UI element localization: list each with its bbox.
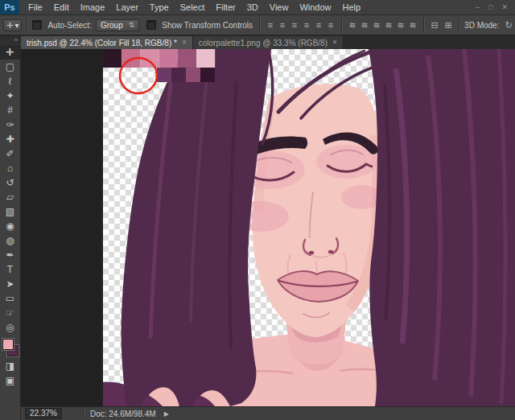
history-brush-tool[interactable]: ↺ — [0, 175, 20, 190]
3d-mode-icon-group: ↻ ↺ ✥ ⇄ ⊕ — [503, 18, 515, 32]
screen-mode-button[interactable]: ▣ — [0, 373, 20, 388]
blur-tool[interactable]: ◉ — [0, 219, 20, 233]
menu-view[interactable]: View — [264, 0, 295, 14]
distribute-left-icon[interactable]: ≋ — [383, 18, 394, 32]
maximize-button[interactable]: □ — [488, 3, 492, 11]
move-tool-icon: ✛ — [6, 21, 13, 30]
menu-edit[interactable]: Edit — [48, 0, 75, 14]
tab-label: colorpalette1.png @ 33.3% (RGB/8) — [199, 39, 328, 47]
show-transform-controls-label: Show Transform Controls — [162, 21, 253, 30]
quick-selection-tool[interactable]: ✦ — [0, 89, 20, 103]
palette-swatch — [200, 68, 215, 82]
tool-preset-picker[interactable]: ✛ ▾ — [3, 19, 22, 31]
distribute-center-icon[interactable]: ≋ — [395, 18, 406, 32]
move-tool[interactable]: ✛ — [0, 45, 20, 60]
path-selection-tool[interactable]: ➤ — [0, 277, 20, 291]
lasso-tool[interactable]: ℓ — [0, 74, 20, 89]
healing-brush-tool[interactable]: ✚ — [0, 132, 20, 146]
menu-file[interactable]: File — [23, 0, 48, 14]
tools-panel: » ✛ ▢ ℓ ✦ # ✑ ✚ ✐ ⌂ ↺ ▱ ▧ ◉ ◍ ✒ T ➤ ▭ ☞ … — [0, 36, 21, 420]
menu-filter[interactable]: Filter — [210, 0, 241, 14]
gradient-tool[interactable]: ▧ — [0, 204, 20, 219]
distribute-spacing-icon[interactable]: ⊟ — [429, 18, 440, 32]
menu-3d[interactable]: 3D — [241, 0, 264, 14]
pen-tool[interactable]: ✒ — [0, 248, 20, 262]
3d-mode-label: 3D Mode: — [464, 21, 499, 30]
tab-colorpalette1-png[interactable]: colorpalette1.png @ 33.3% (RGB/8) × — [193, 36, 344, 49]
menu-type[interactable]: Type — [144, 0, 175, 14]
close-button[interactable]: ✕ — [501, 3, 508, 11]
menu-select[interactable]: Select — [175, 0, 211, 14]
type-tool[interactable]: T — [0, 262, 20, 277]
separator — [83, 409, 84, 418]
crop-tool[interactable]: # — [0, 103, 20, 117]
distribute-right-icon[interactable]: ≋ — [407, 18, 418, 32]
options-bar: ✛ ▾ Auto-Select: Group ⇅ Show Transform … — [0, 15, 515, 35]
window-controls: – □ ✕ — [476, 3, 515, 11]
quick-mask-button[interactable]: ◨ — [0, 359, 20, 373]
align-center-horizontal-icon[interactable]: ≡ — [277, 18, 288, 32]
tab-trish-psd[interactable]: trish.psd @ 22.4% (Color Fill 18, RGB/8)… — [21, 36, 193, 49]
palette-swatch — [186, 68, 200, 82]
dropdown-value: Group — [101, 21, 123, 30]
align-middle-vertical-icon[interactable]: ≡ — [313, 18, 324, 32]
eraser-tool[interactable]: ▱ — [0, 190, 20, 204]
menu-layer[interactable]: Layer — [110, 0, 144, 14]
distribute-middle-icon[interactable]: ≋ — [359, 18, 370, 32]
align-right-icon[interactable]: ≡ — [289, 18, 300, 32]
rectangle-tool[interactable]: ▭ — [0, 291, 20, 306]
brush-tool[interactable]: ✐ — [0, 146, 20, 161]
hair-left — [121, 49, 271, 406]
menu-image[interactable]: Image — [75, 0, 111, 14]
toolbar-collapse-button[interactable]: » — [0, 36, 20, 45]
canvas[interactable] — [103, 49, 515, 406]
distribute-top-icon[interactable]: ≋ — [347, 18, 358, 32]
hand-tool[interactable]: ☞ — [0, 306, 20, 320]
photoshop-logo: Ps — [0, 0, 19, 14]
tab-close-icon[interactable]: × — [332, 39, 337, 47]
separator — [459, 18, 459, 32]
zoom-level-input[interactable]: 22.37% — [25, 408, 62, 419]
document-viewport — [21, 49, 515, 406]
tool-preset-caret-icon: ▾ — [14, 21, 19, 30]
clone-stamp-tool[interactable]: ⌂ — [0, 161, 20, 175]
align-top-icon[interactable]: ≡ — [301, 18, 312, 32]
separator — [27, 18, 27, 32]
portrait-artwork — [103, 49, 515, 406]
distribute-icon-group: ≋ ≋ ≋ ≋ ≋ ≋ — [347, 18, 418, 32]
show-transform-controls-checkbox[interactable] — [146, 20, 156, 30]
color-picker-chips — [0, 337, 20, 359]
rectangular-marquee-tool[interactable]: ▢ — [0, 60, 20, 74]
eyedropper-tool[interactable]: ✑ — [0, 117, 20, 132]
palette-swatch — [171, 68, 186, 82]
3d-rotate-icon[interactable]: ↻ — [503, 18, 514, 32]
tab-close-icon[interactable]: × — [182, 39, 187, 47]
align-bottom-icon[interactable]: ≡ — [325, 18, 336, 32]
group-stepper-icon: ⇅ — [129, 21, 135, 29]
separator — [259, 18, 260, 32]
zoom-tool[interactable]: ◎ — [0, 320, 20, 335]
foreground-color-chip[interactable] — [2, 339, 14, 350]
minimize-button[interactable]: – — [476, 3, 480, 11]
photoshop-window: { "menu_bar": { "logo": "Ps", "items": [… — [0, 0, 515, 420]
hair-right — [369, 49, 515, 406]
auto-select-checkbox[interactable] — [32, 20, 42, 30]
document-tab-bar: trish.psd @ 22.4% (Color Fill 18, RGB/8)… — [21, 36, 515, 49]
status-flyout-button[interactable]: ▶ — [164, 410, 169, 418]
separator — [423, 18, 424, 32]
auto-align-layers-icon[interactable]: ⊞ — [443, 18, 454, 32]
distribute-bottom-icon[interactable]: ≋ — [371, 18, 382, 32]
palette-swatch — [159, 49, 178, 68]
status-bar: 22.37% Doc: 24.6M/98.4M ▶ — [21, 406, 515, 420]
palette-swatch — [178, 49, 196, 68]
align-left-icon[interactable]: ≡ — [265, 18, 276, 32]
menu-bar: Ps File Edit Image Layer Type Select Fil… — [0, 0, 515, 15]
auto-select-label: Auto-Select: — [47, 21, 91, 30]
menu-window[interactable]: Window — [294, 0, 336, 14]
palette-swatch — [103, 49, 122, 68]
align-icon-group: ≡ ≡ ≡ ≡ ≡ ≡ — [265, 18, 336, 32]
document-size-info: Doc: 24.6M/98.4M — [90, 410, 156, 418]
menu-help[interactable]: Help — [337, 0, 367, 14]
dodge-tool[interactable]: ◍ — [0, 233, 20, 248]
auto-select-target-dropdown[interactable]: Group ⇅ — [96, 19, 139, 31]
